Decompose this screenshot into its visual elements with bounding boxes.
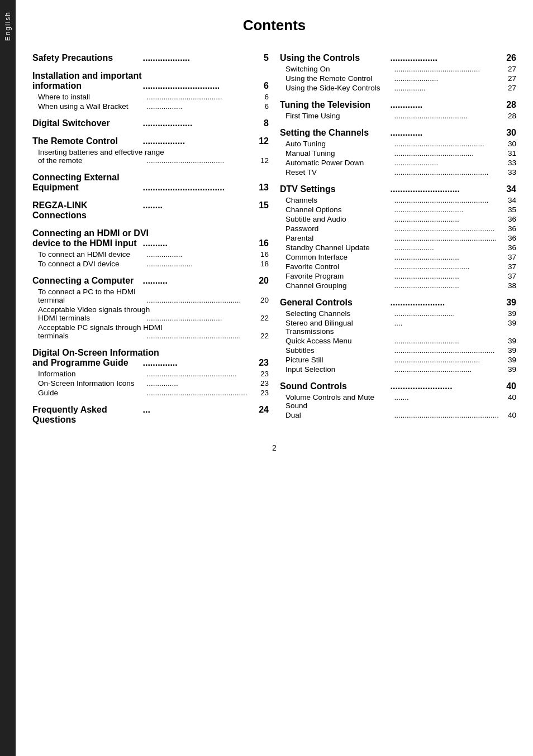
toc-sub-entry: Automatic Power Down ...................… <box>280 159 516 167</box>
toc-sub-entry-multiline: Acceptable Video signals through HDMI te… <box>32 305 269 322</box>
toc-sub-title: Favorite Control <box>285 262 393 271</box>
toc-page: 27 <box>503 84 516 92</box>
toc-page: 6 <box>253 81 269 91</box>
toc-sub-title: Reset TV <box>285 168 393 176</box>
toc-dots: ..................... <box>393 159 503 167</box>
toc-page: 40 <box>503 411 516 419</box>
toc-sub-title: Manual Tuning <box>285 149 393 157</box>
toc-dots: ..................................... <box>393 365 503 374</box>
tab-label: English <box>4 11 12 41</box>
toc-heading: Frequently Asked Questions ... 24 <box>32 405 269 425</box>
toc-sub-entry: Dual ...................................… <box>280 411 516 419</box>
toc-page: 33 <box>503 168 516 176</box>
toc-sub-title: Dual <box>285 411 393 419</box>
toc-page: 39 <box>503 356 516 364</box>
toc-dots: ................... <box>389 53 501 63</box>
toc-page: 28 <box>503 112 516 120</box>
toc-page: 38 <box>503 281 516 290</box>
toc-dots: ............. <box>389 128 501 138</box>
toc-sub-title: of the remote <box>38 156 146 165</box>
toc-page: 36 <box>503 234 516 242</box>
toc-sub-line1: Acceptable PC signals through HDMI <box>38 323 269 332</box>
toc-heading-multiline: Digital On-Screen Information and Progra… <box>32 348 269 368</box>
toc-page: 6 <box>255 102 269 111</box>
toc-heading-title: and Programme Guide <box>32 358 142 368</box>
toc-dots: ...................... <box>389 298 501 308</box>
toc-heading-title: Digital Switchover <box>32 118 142 128</box>
toc-sub-title: Standby Channel Update <box>285 243 393 252</box>
toc-dots: ........................................… <box>146 332 256 340</box>
toc-sub-title: Subtitle and Audio <box>285 215 393 223</box>
toc-page: 40 <box>503 393 516 410</box>
toc-dots: ....... <box>393 393 503 410</box>
toc-dots: ........................................… <box>393 411 503 419</box>
toc-sub-entry: Quick Access Menu ......................… <box>280 337 516 345</box>
toc-dots: .................................... <box>146 314 256 322</box>
toc-dots: .... <box>393 319 503 336</box>
toc-sub-entry: Volume Controls and Mute Sound ....... 4… <box>280 393 516 410</box>
toc-heading-line1: Connecting an HDMI or DVI <box>32 228 269 238</box>
toc-heading: DTV Settings ...........................… <box>280 184 516 194</box>
toc-sub-entry: First Time Using .......................… <box>280 112 516 120</box>
toc-page: 37 <box>503 262 516 271</box>
toc-dots: ........................................… <box>393 196 503 204</box>
toc-heading-multiline: Connecting an HDMI or DVI device to the … <box>32 228 269 248</box>
columns-container: Safety Precautions ................... 5… <box>32 45 516 427</box>
toc-heading: Safety Precautions ................... 5 <box>32 53 269 63</box>
toc-sub-title: terminals <box>38 332 146 340</box>
toc-page: 30 <box>503 140 516 148</box>
toc-sub-title: Channel Grouping <box>285 281 393 290</box>
toc-dots: ............................... <box>393 215 503 223</box>
toc-sub-title: Picture Still <box>285 356 393 364</box>
toc-heading-line1: Installation and important <box>32 71 269 81</box>
toc-sub-entry: Channels ...............................… <box>280 196 516 204</box>
toc-dots: ................................. <box>393 205 503 214</box>
toc-sub-entry: Switching On ...........................… <box>280 65 516 73</box>
toc-page: 39 <box>503 346 516 355</box>
toc-page: 31 <box>503 149 516 157</box>
toc-heading: REGZA-LINK Connections ........ 15 <box>32 200 269 221</box>
toc-sub-title: Volume Controls and Mute Sound <box>285 393 393 410</box>
toc-sub-title: Input Selection <box>285 365 393 374</box>
toc-heading-title: The Remote Control <box>32 136 142 146</box>
toc-sub-entry: Favorite Program .......................… <box>280 272 516 280</box>
toc-dots: ................................. <box>142 183 254 193</box>
toc-page: 22 <box>255 332 269 340</box>
toc-sub-title: When using a Wall Bracket <box>38 102 146 111</box>
toc-sub-title: Common Interface <box>285 253 393 261</box>
toc-sub-entry: Selecting Channels .....................… <box>280 309 516 318</box>
toc-page: 36 <box>503 243 516 252</box>
page-number: 2 <box>32 443 516 452</box>
toc-sub-line1: Acceptable Video signals through <box>38 305 269 314</box>
toc-dots: ........................................… <box>393 65 503 73</box>
page-title: Contents <box>32 17 516 34</box>
toc-dots: ................... <box>393 243 503 252</box>
toc-page: 18 <box>255 260 269 268</box>
toc-dots: ........................................… <box>146 389 256 397</box>
toc-heading: Using the Controls ................... 2… <box>280 53 516 63</box>
toc-sub-entry: Password ...............................… <box>280 224 516 233</box>
toc-dots: ........................................… <box>393 346 503 355</box>
toc-sub-title: On-Screen Information Icons <box>38 379 146 387</box>
toc-heading-line1: Connecting External <box>32 173 269 183</box>
toc-page: 36 <box>503 224 516 233</box>
toc-dots: ......................... <box>389 381 501 391</box>
toc-sub-title: Password <box>285 224 393 233</box>
toc-sub-title: Where to install <box>38 93 146 101</box>
toc-heading: The Remote Control ................. 12 <box>32 136 269 146</box>
left-column: Safety Precautions ................... 5… <box>32 45 269 427</box>
toc-page: 16 <box>255 250 269 259</box>
toc-sub-entry: Reset TV ...............................… <box>280 168 516 176</box>
toc-sub-entry: Parental ...............................… <box>280 234 516 242</box>
toc-dots: ........................................… <box>393 140 503 148</box>
toc-sub-entry: Stereo and Bilingual Transmissions .... … <box>280 319 516 336</box>
toc-dots: .............. <box>142 358 254 368</box>
toc-dots: ... <box>142 405 254 425</box>
toc-heading-multiline: Connecting External Equipment ..........… <box>32 173 269 193</box>
toc-sub-entry: On-Screen Information Icons ............… <box>32 379 269 387</box>
toc-dots: ........................................… <box>393 224 503 233</box>
toc-dots: .......... <box>142 276 254 286</box>
toc-sub-title: To connect a DVI device <box>38 260 146 268</box>
toc-sub-title: Subtitles <box>285 346 393 355</box>
toc-dots: ................................... <box>393 112 503 120</box>
